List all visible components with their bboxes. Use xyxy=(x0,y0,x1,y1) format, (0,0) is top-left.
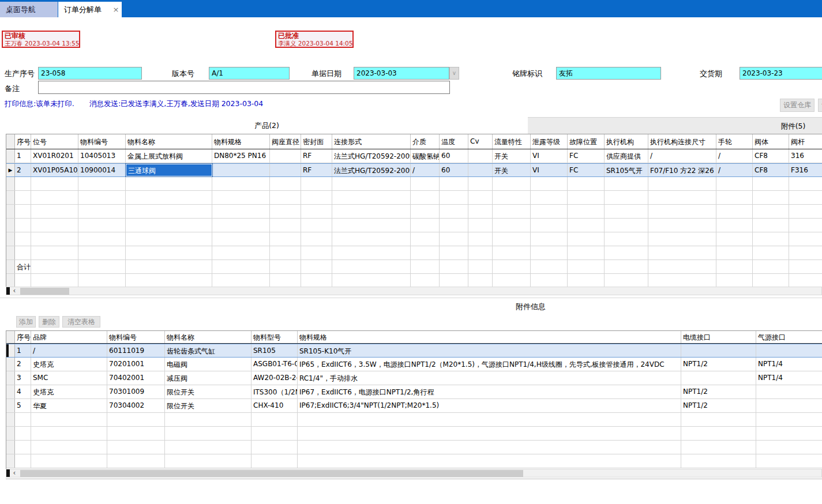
grid-cell[interactable] xyxy=(15,246,31,259)
grid-cell[interactable] xyxy=(298,441,681,454)
grid-cell[interactable] xyxy=(716,191,753,204)
grid-cell[interactable]: 限位开关 xyxy=(165,399,252,412)
grid-cell[interactable] xyxy=(681,454,756,468)
scroll-left-icon[interactable]: ‹ xyxy=(10,287,19,295)
grid-cell[interactable] xyxy=(568,191,605,204)
delete-button[interactable]: 删除 xyxy=(39,316,59,328)
grid-cell[interactable] xyxy=(126,232,212,246)
grid-cell[interactable] xyxy=(756,413,822,426)
grid-cell[interactable] xyxy=(493,232,531,246)
grid-cell[interactable] xyxy=(126,246,212,259)
row-indicator[interactable] xyxy=(6,274,15,287)
table-row[interactable]: 4史塔克70301009限位开关ITS300（1/2NIP67，ExdIICT6… xyxy=(6,385,822,399)
grid-cell[interactable] xyxy=(605,191,648,204)
grid-cell[interactable] xyxy=(411,191,440,204)
grid-cell[interactable] xyxy=(31,232,78,246)
attachment-hscroll-thumb[interactable] xyxy=(20,470,523,477)
grid-cell[interactable] xyxy=(756,454,822,468)
grid-cell[interactable] xyxy=(493,246,531,259)
grid-cell[interactable] xyxy=(270,246,301,259)
empty-row[interactable] xyxy=(6,219,822,232)
grid-cell[interactable] xyxy=(440,246,468,259)
grid-cell[interactable] xyxy=(107,441,165,454)
grid-cell[interactable] xyxy=(252,427,298,440)
empty-row[interactable] xyxy=(6,454,822,468)
grid-cell[interactable] xyxy=(298,413,681,426)
grid-cell[interactable] xyxy=(440,177,468,190)
row-indicator[interactable] xyxy=(6,177,15,190)
grid-cell[interactable] xyxy=(212,191,270,204)
grid-cell[interactable] xyxy=(107,427,165,440)
grid-cell[interactable] xyxy=(568,246,605,259)
column-header[interactable]: 阀体 xyxy=(753,134,789,149)
grid-cell[interactable]: NPT1/4 xyxy=(756,358,822,371)
grid-cell[interactable]: 开关 xyxy=(493,164,531,176)
column-header[interactable]: 物料型号 xyxy=(252,331,298,343)
empty-row[interactable] xyxy=(6,413,822,427)
grid-cell[interactable] xyxy=(301,219,332,232)
grid-cell[interactable] xyxy=(605,219,648,232)
grid-cell[interactable]: 10405013 xyxy=(78,149,126,163)
grid-cell[interactable] xyxy=(332,274,411,287)
grid-cell[interactable] xyxy=(716,274,753,287)
grid-cell[interactable] xyxy=(605,232,648,246)
grid-cell[interactable] xyxy=(468,219,493,232)
grid-cell[interactable] xyxy=(648,274,716,287)
column-header[interactable]: 物料编号 xyxy=(78,134,126,149)
grid-cell[interactable] xyxy=(126,219,212,232)
grid-cell[interactable]: NPT1/2 xyxy=(681,385,756,398)
grid-cell[interactable] xyxy=(411,246,440,259)
grid-cell[interactable]: 316 xyxy=(789,149,822,163)
grid-cell[interactable] xyxy=(411,177,440,190)
grid-cell[interactable] xyxy=(605,274,648,287)
grid-cell[interactable] xyxy=(31,413,107,426)
product-hscrollbar[interactable]: ‹ xyxy=(6,287,822,295)
grid-cell[interactable] xyxy=(753,232,789,246)
grid-cell[interactable] xyxy=(411,274,440,287)
grid-cell[interactable] xyxy=(270,219,301,232)
grid-cell[interactable]: 金属上展式放料阀 xyxy=(126,149,212,163)
grid-cell[interactable] xyxy=(531,274,568,287)
grid-cell[interactable] xyxy=(31,427,107,440)
grid-cell[interactable]: F316 xyxy=(789,164,822,176)
grid-cell[interactable] xyxy=(648,191,716,204)
grid-cell[interactable]: FC xyxy=(568,149,605,163)
grid-cell[interactable] xyxy=(716,232,753,246)
column-header[interactable]: 温度 xyxy=(440,134,468,149)
column-header[interactable]: 流量特性 xyxy=(493,134,531,149)
grid-cell[interactable]: SR105-K10气开 xyxy=(298,344,681,357)
empty-row[interactable] xyxy=(6,177,822,191)
grid-cell[interactable] xyxy=(298,427,681,440)
grid-cell[interactable] xyxy=(301,232,332,246)
grid-cell[interactable]: 碳酸氢钠 xyxy=(411,149,440,163)
grid-cell[interactable] xyxy=(31,191,78,204)
row-indicator[interactable] xyxy=(6,427,15,440)
grid-cell[interactable] xyxy=(270,205,301,218)
table-row[interactable]: 2史塔克70201001电磁阀ASGB01-T6-0IP65，ExdIICT6，… xyxy=(6,358,822,371)
set-warehouse-button[interactable]: 设置仓库 xyxy=(780,99,815,112)
grid-cell[interactable] xyxy=(411,205,440,218)
grid-cell[interactable] xyxy=(789,246,822,259)
grid-cell[interactable] xyxy=(531,191,568,204)
grid-cell[interactable] xyxy=(568,274,605,287)
grid-cell[interactable] xyxy=(301,274,332,287)
grid-cell[interactable] xyxy=(468,232,493,246)
nameplate-field[interactable]: 友拓 xyxy=(556,67,661,80)
grid-cell[interactable] xyxy=(568,232,605,246)
column-header[interactable]: 序号 xyxy=(15,134,31,149)
grid-cell[interactable] xyxy=(212,205,270,218)
grid-cell[interactable]: 1 xyxy=(15,344,31,357)
table-row[interactable]: ▶2XV01P05A10/10900014三通球阀RF法兰式HG/T20592-… xyxy=(6,163,822,177)
row-indicator[interactable] xyxy=(6,358,15,371)
row-indicator[interactable] xyxy=(6,441,15,454)
grid-cell[interactable]: 减压阀 xyxy=(165,371,252,385)
grid-cell[interactable]: 70402001 xyxy=(107,371,165,385)
grid-cell[interactable] xyxy=(440,274,468,287)
grid-cell[interactable]: / xyxy=(411,164,440,176)
grid-cell[interactable]: 开关 xyxy=(493,149,531,163)
row-indicator[interactable] xyxy=(6,399,15,412)
grid-cell[interactable]: XV01R0201 xyxy=(31,149,78,163)
grid-cell[interactable] xyxy=(301,177,332,190)
grid-cell[interactable] xyxy=(411,219,440,232)
empty-row[interactable] xyxy=(6,205,822,219)
